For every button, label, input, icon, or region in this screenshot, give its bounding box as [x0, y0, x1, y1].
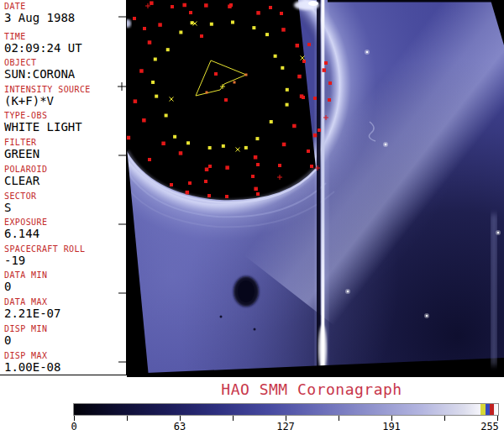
metadata-panel: DATE 3 Aug 1988 TIME 02:09:24 UT OBJECT …: [0, 0, 127, 375]
image-title: HAO SMM Coronagraph: [221, 380, 402, 398]
metadata-label: OBJECT: [4, 59, 75, 67]
right-edge-strip: [491, 214, 496, 365]
footer: HAO SMM Coronagraph 0 63 127 191 255: [0, 377, 504, 430]
colorbar-tick: [444, 416, 445, 421]
metadata-field-data-min: DATA MIN 0: [4, 271, 47, 293]
metadata-value: WHITE LIGHT: [4, 121, 82, 134]
pylon-shadow: [317, 0, 321, 377]
metadata-value: 2.21E-07: [4, 307, 60, 320]
metadata-label: TYPE-OBS: [4, 112, 82, 120]
metadata-label: DISP MIN: [4, 325, 47, 333]
metadata-value: 6.144: [4, 228, 47, 240]
metadata-label: DATA MIN: [4, 271, 47, 280]
metadata-label: TIME: [4, 33, 82, 41]
metadata-value: (K+F)*V: [4, 95, 91, 108]
metadata-field-disp-min: DISP MIN 0: [4, 325, 47, 347]
image-canvas: [127, 0, 504, 377]
dust-blob-core: [238, 281, 255, 302]
metadata-value: 1.00E-08: [4, 361, 60, 374]
metadata-label: DISP MAX: [4, 352, 60, 360]
colorbar-tick: [339, 416, 339, 421]
colorbar-tick-label: 191: [382, 421, 401, 430]
metadata-field-date: DATE 3 Aug 1988: [4, 3, 75, 24]
dark-speck: [220, 316, 223, 318]
dark-speck: [254, 328, 256, 331]
metadata-value: 0: [4, 334, 47, 347]
left-axis-ticks: [115, 0, 127, 377]
metadata-field-disp-max: DISP MAX 1.00E-08: [4, 352, 60, 374]
metadata-field-time: TIME 02:09:24 UT: [4, 33, 82, 55]
colorbar-tick-label: 0: [71, 421, 76, 430]
metadata-value: 3 Aug 1988: [4, 12, 75, 24]
plate-top-edge: [328, 0, 504, 3]
metadata-field-type-obs: TYPE-OBS WHITE LIGHT: [4, 112, 82, 134]
bottom-glare: [318, 325, 327, 372]
coronagraph-image: [127, 0, 504, 377]
metadata-value: SUN:CORONA: [4, 68, 75, 81]
colorbar-tick: [127, 416, 128, 421]
metadata-label: EXPOSURE: [4, 218, 47, 227]
metadata-field-exposure: EXPOSURE 6.144: [4, 218, 47, 240]
metadata-value: 0: [4, 281, 47, 293]
colorbar-tick-label: 63: [174, 421, 186, 430]
occulter-disk: [127, 0, 316, 200]
metadata-label: SECTOR: [4, 192, 37, 201]
colorbar-tick-label: 127: [276, 421, 295, 430]
metadata-value: GREEN: [4, 148, 39, 160]
colorbar-tick-label: 255: [480, 421, 499, 430]
top-glare-core: [308, 1, 318, 6]
metadata-label: INTENSITY SOURCE: [4, 86, 91, 94]
metadata-label: DATA MAX: [4, 298, 60, 307]
metadata-label: POLAROID: [4, 165, 47, 174]
metadata-label: DATE: [4, 3, 75, 11]
metadata-field-spacecraft-roll: SPACECRAFT ROLL -19: [4, 245, 85, 267]
metadata-value: CLEAR: [4, 175, 47, 187]
metadata-value: 02:09:24 UT: [4, 42, 82, 55]
metadata-field-polaroid: POLAROID CLEAR: [4, 165, 47, 187]
instrument-streak: [322, 0, 325, 377]
metadata-value: -19: [4, 254, 85, 267]
metadata-field-sector: SECTOR S: [4, 192, 37, 214]
metadata-label: SPACECRAFT ROLL: [4, 245, 85, 254]
metadata-field-data-max: DATA MAX 2.21E-07: [4, 298, 60, 320]
intensity-colorbar: [73, 403, 499, 416]
metadata-field-intensity-source: INTENSITY SOURCE (K+F)*V: [4, 86, 91, 108]
metadata-field-filter: FILTER GREEN: [4, 139, 39, 160]
smm-coronagraph-viewer: { "metadata_panel": { "fields": [ {"labe…: [0, 0, 504, 430]
metadata-field-object: OBJECT SUN:CORONA: [4, 59, 75, 81]
metadata-label: FILTER: [4, 139, 39, 147]
metadata-value: S: [4, 202, 37, 214]
colorbar-tick: [233, 416, 234, 421]
